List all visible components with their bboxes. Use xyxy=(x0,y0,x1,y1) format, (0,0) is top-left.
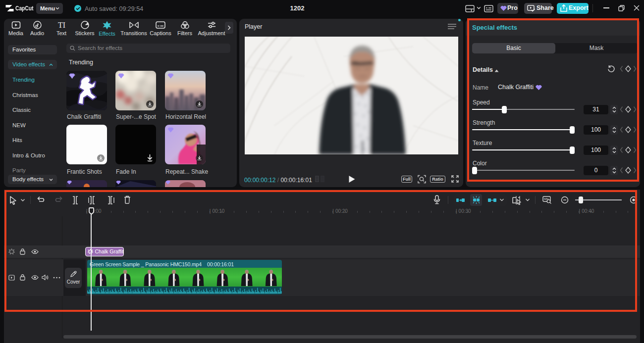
svg-text:TI: TI xyxy=(57,21,65,29)
